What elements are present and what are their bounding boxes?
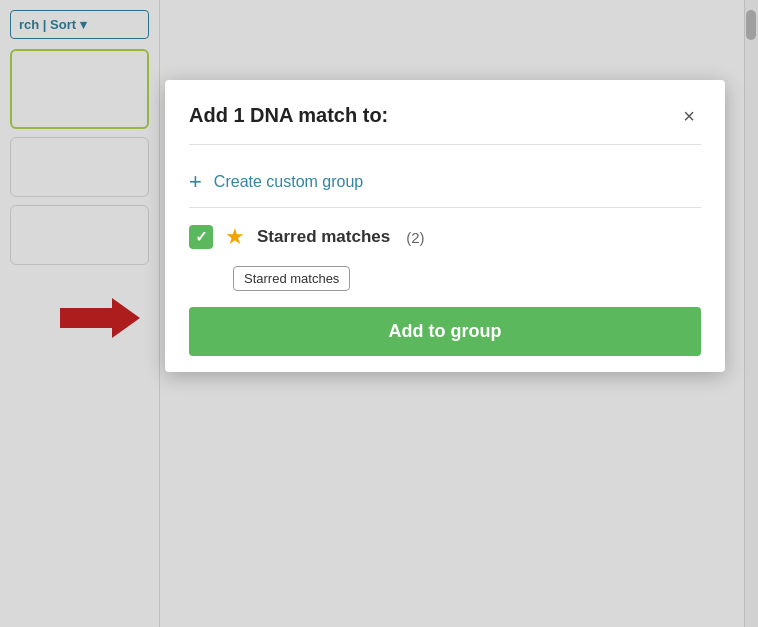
starred-checkbox[interactable] <box>189 225 213 249</box>
modal-body: + Create custom group ★ Starred matches … <box>165 145 725 372</box>
tag-bubble-area: Starred matches <box>189 262 701 291</box>
star-icon: ★ <box>225 224 245 250</box>
create-custom-group-row[interactable]: + Create custom group <box>189 161 701 203</box>
starred-count-badge: (2) <box>406 229 424 246</box>
modal-dialog: Add 1 DNA match to: × + Create custom gr… <box>165 80 725 372</box>
starred-matches-row[interactable]: ★ Starred matches (2) <box>189 212 701 262</box>
close-button[interactable]: × <box>677 104 701 128</box>
tag-bubble: Starred matches <box>233 266 350 291</box>
modal-title: Add 1 DNA match to: <box>189 104 388 127</box>
create-custom-group-label: Create custom group <box>214 173 363 191</box>
modal-header: Add 1 DNA match to: × <box>165 80 725 144</box>
add-to-group-button[interactable]: Add to group <box>189 307 701 356</box>
plus-icon: + <box>189 171 202 193</box>
row-divider <box>189 207 701 208</box>
starred-matches-label: Starred matches <box>257 227 390 247</box>
